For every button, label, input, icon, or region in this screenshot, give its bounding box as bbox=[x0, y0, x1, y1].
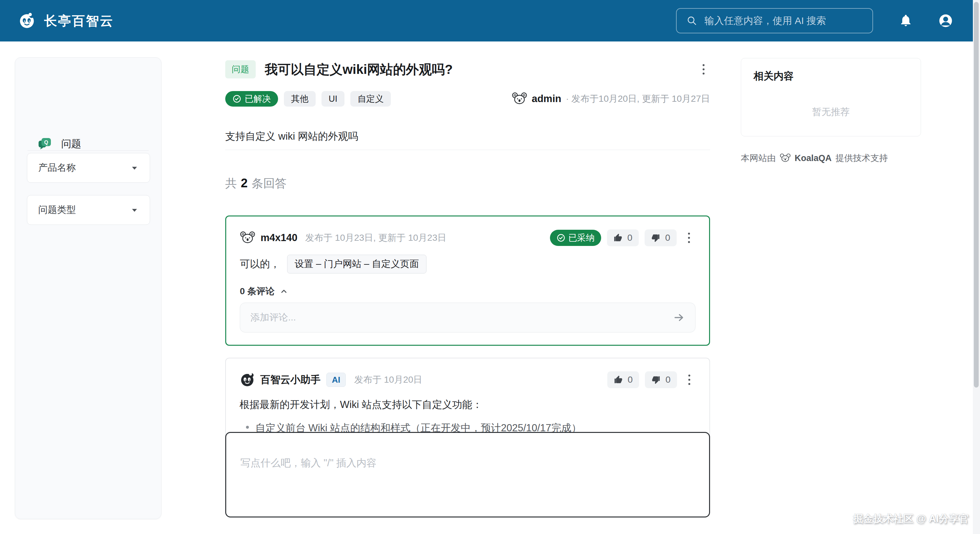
answer-author-name[interactable]: 百智云小助手 bbox=[260, 373, 320, 386]
accepted-badge: 已采纳 bbox=[550, 230, 601, 246]
question-author-group: admin · 发布于10月20日, 更新于 10月27日 bbox=[512, 91, 710, 106]
koala-avatar-icon bbox=[512, 91, 527, 106]
select-label: 问题类型 bbox=[38, 203, 76, 216]
like-button[interactable]: 0 bbox=[607, 371, 640, 388]
top-navbar: 长亭百智云 输入任意内容，使用 AI 搜索 bbox=[0, 0, 980, 41]
chevron-up-icon bbox=[280, 287, 288, 296]
brand-title: 长亭百智云 bbox=[44, 12, 114, 30]
koala-avatar-icon bbox=[240, 230, 255, 246]
question-tag[interactable]: 自定义 bbox=[350, 91, 391, 106]
ai-tag: AI bbox=[326, 373, 346, 387]
solved-badge: 已解决 bbox=[225, 91, 278, 106]
send-comment-arrow-icon[interactable] bbox=[673, 312, 685, 323]
answers-count-header: 共 2 条回答 bbox=[225, 176, 286, 191]
dislike-count: 0 bbox=[665, 375, 670, 385]
question-tag[interactable]: UI bbox=[321, 91, 345, 106]
left-sidebar: Q 问题 文章 产品名称 问题类型 bbox=[15, 57, 161, 519]
thumbs-up-icon bbox=[614, 233, 622, 242]
answer-header: 百智云小助手 AI 发布于 10月20日 0 0 bbox=[240, 371, 696, 388]
thumbs-down-icon bbox=[651, 375, 660, 384]
thumbs-up-icon bbox=[614, 375, 623, 384]
question-type-tag: 问题 bbox=[225, 60, 256, 78]
dislike-button[interactable]: 0 bbox=[645, 371, 677, 388]
bullet-dot bbox=[246, 426, 249, 429]
like-button[interactable]: 0 bbox=[607, 229, 639, 246]
accepted-badge-label: 已采纳 bbox=[568, 232, 595, 244]
add-comment-input[interactable]: 添加评论... bbox=[240, 303, 695, 332]
like-count: 0 bbox=[627, 233, 633, 243]
answer-text: 可以的， bbox=[240, 257, 280, 271]
svg-text:Q: Q bbox=[44, 140, 48, 145]
chevron-down-icon bbox=[130, 206, 139, 214]
assistant-avatar-icon bbox=[240, 372, 255, 388]
question-tag[interactable]: 其他 bbox=[284, 91, 316, 106]
question-meta-row: 已解决 其他 UI 自定义 a bbox=[225, 91, 710, 107]
search-input[interactable]: 输入任意内容，使用 AI 搜索 bbox=[676, 8, 873, 33]
comments-toggle[interactable]: 0 条评论 bbox=[240, 285, 288, 297]
powered-by-prefix: 本网站由 bbox=[741, 152, 776, 164]
scrollbar-thumb[interactable] bbox=[974, 2, 979, 388]
check-circle-icon bbox=[557, 233, 565, 242]
watermark-text: 掘金技术社区 @ AI分享官 bbox=[853, 512, 969, 526]
reply-editor[interactable]: 写点什么吧，输入 "/" 插入内容 bbox=[225, 432, 710, 518]
sidebar-item-questions[interactable]: Q 问题 bbox=[37, 136, 81, 152]
answers-count-number: 2 bbox=[241, 176, 248, 190]
answer-card-accepted: m4x140 发布于 10月23日, 更新于 10月23日 已采纳 bbox=[225, 216, 710, 346]
related-content-title: 相关内容 bbox=[754, 69, 908, 83]
check-circle-icon bbox=[232, 94, 242, 103]
answer-inline-code: 设置 – 门户网站 – 自定义页面 bbox=[287, 255, 426, 273]
dislike-button[interactable]: 0 bbox=[644, 229, 677, 246]
search-icon bbox=[686, 14, 698, 27]
answer-more-menu[interactable] bbox=[683, 371, 696, 389]
page: 长亭百智云 输入任意内容，使用 AI 搜索 bbox=[0, 0, 980, 534]
answer-author-name[interactable]: m4x140 bbox=[261, 232, 298, 244]
solved-badge-label: 已解决 bbox=[245, 93, 271, 105]
related-content-card: 相关内容 暂无推荐 bbox=[741, 58, 921, 137]
brand[interactable]: 长亭百智云 bbox=[18, 12, 114, 30]
answer-actions: 0 0 bbox=[607, 371, 696, 389]
question-body: 支持自定义 wiki 网站的外观吗 bbox=[225, 130, 358, 143]
answers-count-suffix: 条回答 bbox=[251, 176, 286, 191]
answers-count-prefix: 共 bbox=[225, 176, 237, 191]
koala-small-icon bbox=[780, 153, 791, 164]
answer-header: m4x140 发布于 10月23日, 更新于 10月23日 已采纳 bbox=[240, 229, 695, 246]
thumbs-down-icon bbox=[651, 233, 660, 242]
notifications-bell-icon[interactable] bbox=[899, 14, 913, 27]
answer-dates: 发布于 10月20日 bbox=[354, 373, 422, 386]
question-type-select[interactable]: 问题类型 bbox=[27, 195, 150, 225]
koala-logo-icon bbox=[18, 12, 36, 30]
answer-actions: 已采纳 0 0 bbox=[550, 229, 695, 247]
question-dates: · 发布于10月20日, 更新于 10月27日 bbox=[566, 93, 710, 105]
like-count: 0 bbox=[628, 375, 633, 385]
powered-by-suffix: 提供技术支持 bbox=[835, 152, 888, 164]
comments-count-label: 0 条评论 bbox=[240, 285, 275, 297]
answer-dates: 发布于 10月23日, 更新于 10月23日 bbox=[305, 232, 447, 244]
question-title: 我可以自定义wiki网站的外观吗? bbox=[265, 60, 453, 78]
answer-content: 可以的， 设置 – 门户网站 – 自定义页面 bbox=[240, 255, 426, 273]
select-label: 产品名称 bbox=[38, 161, 76, 174]
related-content-empty: 暂无推荐 bbox=[741, 106, 921, 119]
product-name-select[interactable]: 产品名称 bbox=[27, 153, 150, 183]
scrollbar-track[interactable] bbox=[973, 0, 980, 534]
question-more-menu[interactable] bbox=[697, 60, 710, 78]
answer-more-menu[interactable] bbox=[682, 229, 695, 247]
question-header: 问题 我可以自定义wiki网站的外观吗? bbox=[225, 60, 710, 78]
question-author-name[interactable]: admin bbox=[532, 93, 561, 105]
koalaqa-brand-link[interactable]: KoalaQA bbox=[795, 153, 832, 163]
search-placeholder: 输入任意内容，使用 AI 搜索 bbox=[705, 14, 826, 27]
user-avatar-icon[interactable] bbox=[938, 13, 953, 29]
sidebar-item-label: 问题 bbox=[61, 137, 81, 151]
chevron-down-icon bbox=[130, 164, 139, 172]
sidebar-divider bbox=[27, 150, 149, 151]
add-comment-placeholder: 添加评论... bbox=[250, 311, 296, 324]
answer-text: 根据最新的开发计划，Wiki 站点支持以下自定义功能： bbox=[240, 398, 482, 412]
question-bubble-icon: Q bbox=[37, 137, 52, 151]
reply-editor-placeholder: 写点什么吧，输入 "/" 插入内容 bbox=[240, 456, 377, 470]
powered-by: 本网站由 KoalaQA 提供技术支持 bbox=[741, 152, 888, 164]
dislike-count: 0 bbox=[665, 233, 670, 243]
